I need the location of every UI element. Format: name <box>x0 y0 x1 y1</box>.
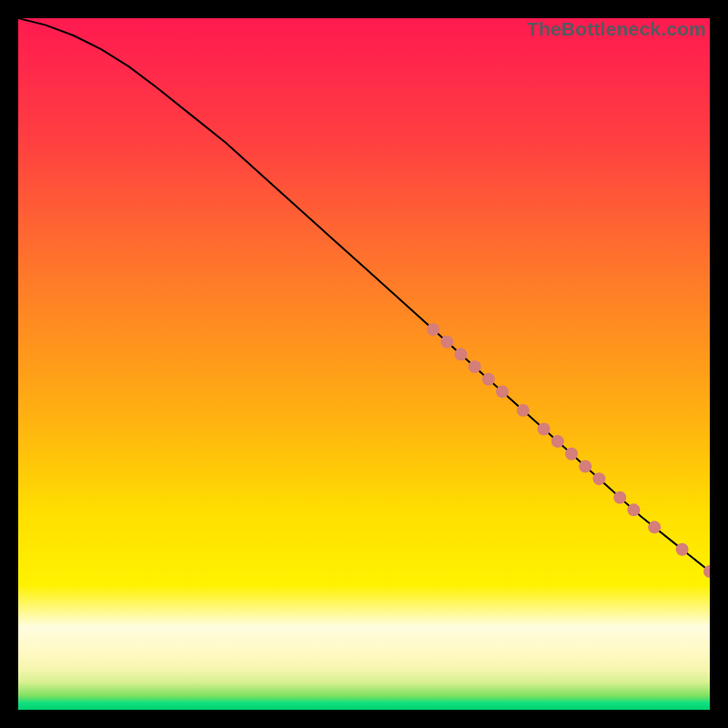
highlight-dot <box>579 460 592 472</box>
chart-stage: TheBottleneck.com <box>0 0 728 728</box>
highlight-dot <box>551 435 564 448</box>
curve-layer <box>18 18 710 710</box>
highlight-dot <box>517 404 530 417</box>
highlight-dot <box>565 448 578 460</box>
highlight-dot <box>440 336 453 349</box>
highlight-dot <box>648 521 661 533</box>
bottleneck-curve <box>18 18 710 571</box>
highlight-dot <box>538 422 551 435</box>
highlight-dot <box>496 385 509 398</box>
highlight-dot <box>469 360 481 373</box>
highlight-dot <box>482 373 495 386</box>
highlight-dot <box>592 472 605 485</box>
highlight-dot <box>454 348 467 360</box>
plot-area: TheBottleneck.com <box>18 18 710 710</box>
highlight-dot <box>613 491 626 504</box>
highlight-dot <box>676 543 689 556</box>
highlight-dot <box>427 323 440 336</box>
highlight-dot <box>627 503 640 516</box>
